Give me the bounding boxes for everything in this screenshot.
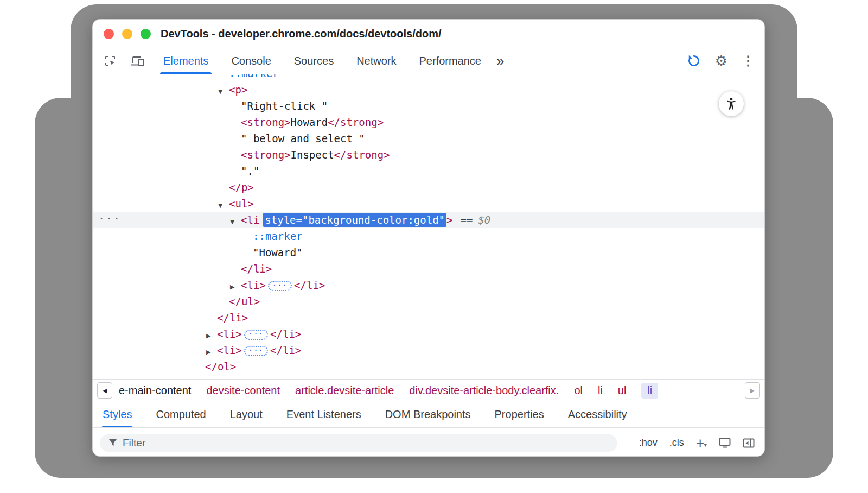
breadcrumb-scroll-right-icon[interactable]: ▶ [745,382,760,399]
dom-row[interactable]: </li> [93,261,764,277]
inspect-element-icon[interactable] [104,54,117,67]
pseudo-element-token: ::marker [253,230,303,242]
dom-row[interactable]: ▶<li>···</li> [93,277,764,293]
tab-elements[interactable]: Elements [163,48,208,74]
expand-arrow-icon[interactable]: ▼ [230,214,241,230]
filter-field[interactable] [100,434,617,452]
expand-arrow-icon[interactable]: ▼ [218,84,229,100]
tag-token: </li> [270,328,301,340]
tab-console[interactable]: Console [231,48,271,74]
pseudo-element-token: ::marker [229,74,279,79]
close-button[interactable] [104,29,114,39]
element-classes-button[interactable]: .cls [669,437,684,448]
dom-row[interactable]: ▼<p> [93,81,764,98]
filter-input[interactable] [122,437,614,450]
breadcrumb-bar: ◀ e-main-content devsite-content article… [93,379,764,401]
breadcrumb-item-selected[interactable]: li [641,383,658,399]
tag-token: <ul> [229,198,254,210]
breadcrumb-item[interactable]: div.devsite-article-body.clearfix. [409,384,559,397]
toggle-sidebar-panel-icon[interactable] [743,438,755,448]
dom-row[interactable]: </ol> [93,358,764,375]
dom-row[interactable]: ▼<ul> [93,195,764,212]
dom-row[interactable]: </p> [93,179,764,195]
settings-gear-icon[interactable]: ⚙ [715,54,727,68]
tag-token: <li> [217,328,242,340]
plus-icon: + [696,437,705,449]
breadcrumb-scroll-left-icon[interactable]: ◀ [97,382,112,399]
text-node-token: "Howard" [253,246,303,258]
dom-row[interactable]: ▶<li>···</li> [93,326,764,342]
rendering-monitor-icon[interactable] [719,438,731,448]
tab-label: Network [356,55,396,67]
tag-token: > [446,214,452,226]
ellipsis-expander-icon[interactable]: ··· [244,330,268,340]
dom-tree: ::marker ▼<p> "Right-click " <strong>How… [93,74,764,379]
tag-token: </li> [294,279,325,291]
dom-row[interactable]: "." [93,163,764,179]
refresh-status-icon[interactable] [687,54,701,68]
tag-token: <p> [229,84,247,96]
ellipsis-expander-icon[interactable]: ··· [244,346,268,356]
traffic-lights [104,29,151,39]
window-title: DevTools - developer.chrome.com/docs/dev… [161,28,442,40]
minimize-button[interactable] [122,29,132,39]
breadcrumb-item[interactable]: li [598,384,603,397]
tab-label: Elements [163,55,208,67]
dom-row[interactable]: <strong>Howard</strong> [93,114,764,130]
dom-row[interactable]: ▶<li>···</li> [93,342,764,358]
dom-row[interactable]: " below and select " [93,130,764,147]
tag-token: </ol> [205,361,236,372]
accessibility-person-icon[interactable] [719,91,744,116]
tag-token: </strong> [334,149,390,161]
more-tabs-icon[interactable]: » [496,48,504,74]
styles-filter-bar: :hov .cls + ▾ [93,427,764,457]
tab-label: Accessibility [568,408,627,421]
dom-row[interactable]: ::marker [93,228,764,244]
tab-label: Console [231,55,271,67]
text-node-token: Howard [291,116,328,128]
dom-row[interactable]: ::marker [93,74,764,81]
dom-row[interactable]: </li> [93,309,764,326]
tag-token: <strong> [241,116,291,128]
dom-row[interactable]: "Right-click " [93,98,764,114]
dom-row-selected[interactable]: ···▼<listyle="background-color:gold">==$… [93,212,764,228]
title-bar: DevTools - developer.chrome.com/docs/dev… [93,20,764,48]
dom-row[interactable]: "Howard" [93,244,764,261]
tab-sources[interactable]: Sources [294,48,334,74]
tag-token: <li [241,214,259,226]
tab-computed[interactable]: Computed [156,401,206,428]
devtools-window: DevTools - developer.chrome.com/docs/dev… [92,19,765,457]
breadcrumb-item[interactable]: e-main-content [119,384,191,397]
tab-event-listeners[interactable]: Event Listeners [286,401,361,428]
tab-performance[interactable]: Performance [419,48,482,74]
attribute-selected-token[interactable]: style="background-color:gold" [263,213,446,227]
breadcrumb-item[interactable]: article.devsite-article [295,384,394,397]
breadcrumb-item[interactable]: ol [574,384,583,397]
breadcrumb-item[interactable]: devsite-content [206,384,280,397]
panel-tabs: Elements Console Sources Network Perform… [163,48,481,74]
text-node-token: "." [241,165,259,177]
tag-token: </ul> [229,295,260,307]
breadcrumb-item[interactable]: ul [618,384,627,397]
tab-styles[interactable]: Styles [103,401,132,428]
tab-properties[interactable]: Properties [495,401,544,428]
tab-accessibility[interactable]: Accessibility [568,401,627,428]
tab-dom-breakpoints[interactable]: DOM Breakpoints [385,401,471,428]
new-style-rule-button[interactable]: + ▾ [696,437,707,449]
tab-label: Styles [103,408,132,421]
text-node-token: " below and select " [241,132,365,144]
tab-layout[interactable]: Layout [230,401,263,428]
tag-token: <li> [241,279,266,291]
toggle-element-state-button[interactable]: :hov [639,437,658,448]
dollar-zero-badge: $0 [478,214,490,226]
more-actions-icon[interactable]: ··· [98,210,121,226]
dom-row[interactable]: </ul> [93,293,764,309]
maximize-button[interactable] [141,29,151,39]
tab-network[interactable]: Network [356,48,396,74]
ellipsis-expander-icon[interactable]: ··· [268,281,292,291]
kebab-menu-icon[interactable]: ⋮ [742,54,755,67]
tag-token: </p> [229,181,254,193]
device-toolbar-icon[interactable] [131,55,145,67]
tab-label: Properties [495,408,544,421]
dom-row[interactable]: <strong>Inspect</strong> [93,147,764,163]
